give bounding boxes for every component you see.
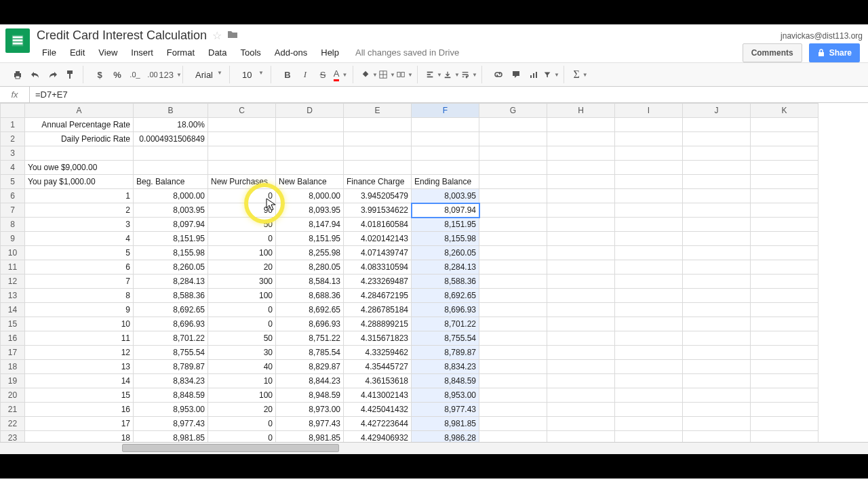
cell-F16[interactable]: 8,755.54: [412, 331, 479, 346]
cell-B12[interactable]: 8,284.13: [134, 274, 208, 289]
cell-F9[interactable]: 8,155.98: [412, 232, 479, 246]
cell-G12[interactable]: [479, 274, 547, 289]
cell-F8[interactable]: 8,151.95: [412, 218, 479, 232]
more-formats-button[interactable]: 123▼: [162, 66, 178, 83]
cell-A7[interactable]: 2: [25, 203, 134, 218]
cell-D21[interactable]: 8,973.00: [276, 403, 344, 417]
sheets-logo[interactable]: [5, 28, 30, 53]
cell-B2[interactable]: 0.0004931506849: [134, 132, 208, 146]
cell-A2[interactable]: Daily Periodic Rate: [25, 132, 134, 146]
cell-H1[interactable]: [547, 118, 615, 132]
column-header-E[interactable]: E: [344, 104, 412, 118]
cell-C8[interactable]: 50: [208, 218, 276, 232]
font-family-select[interactable]: Arial▼: [191, 68, 225, 81]
cell-E10[interactable]: 4.071439747: [344, 246, 412, 260]
cell-E20[interactable]: 4.413002143: [344, 388, 412, 403]
cell-F12[interactable]: 8,588.36: [412, 274, 479, 289]
cell-A22[interactable]: 17: [25, 417, 134, 431]
row-header-6[interactable]: 6: [1, 189, 25, 203]
cell-K23[interactable]: [751, 431, 818, 443]
cell-H22[interactable]: [547, 417, 615, 431]
cell-A20[interactable]: 15: [25, 388, 134, 403]
cell-D5[interactable]: New Balance: [276, 175, 344, 189]
cell-D19[interactable]: 8,844.23: [276, 374, 344, 388]
cell-H8[interactable]: [547, 218, 615, 232]
menu-insert[interactable]: Insert: [125, 45, 159, 60]
cell-G17[interactable]: [479, 346, 547, 360]
cell-J5[interactable]: [683, 175, 751, 189]
cell-C3[interactable]: [208, 146, 276, 161]
cell-I22[interactable]: [615, 417, 683, 431]
cell-H2[interactable]: [547, 132, 615, 146]
share-button[interactable]: Share: [809, 43, 860, 62]
cell-J18[interactable]: [683, 360, 751, 374]
cell-B5[interactable]: Beg. Balance: [134, 175, 208, 189]
cell-J15[interactable]: [683, 317, 751, 331]
cell-A17[interactable]: 12: [25, 346, 134, 360]
cell-A11[interactable]: 6: [25, 260, 134, 274]
cell-E4[interactable]: [344, 161, 412, 175]
cell-I2[interactable]: [615, 132, 683, 146]
cell-A10[interactable]: 5: [25, 246, 134, 260]
cell-K3[interactable]: [751, 146, 818, 161]
cell-G2[interactable]: [479, 132, 547, 146]
cell-K16[interactable]: [751, 331, 818, 346]
cell-H20[interactable]: [547, 388, 615, 403]
row-header-23[interactable]: 23: [1, 431, 25, 443]
cell-F10[interactable]: 8,260.05: [412, 246, 479, 260]
cell-D7[interactable]: 8,093.95: [276, 203, 344, 218]
cell-K6[interactable]: [751, 189, 818, 203]
cell-I11[interactable]: [615, 260, 683, 274]
cell-I13[interactable]: [615, 289, 683, 303]
column-header-J[interactable]: J: [683, 104, 751, 118]
column-header-K[interactable]: K: [751, 104, 818, 118]
cell-I6[interactable]: [615, 189, 683, 203]
cell-E18[interactable]: 4.35445727: [344, 360, 412, 374]
insert-chart-icon[interactable]: [526, 66, 542, 83]
cell-A3[interactable]: [25, 146, 134, 161]
column-header-A[interactable]: A: [25, 104, 134, 118]
cell-I7[interactable]: [615, 203, 683, 218]
cell-I12[interactable]: [615, 274, 683, 289]
cell-D16[interactable]: 8,751.22: [276, 331, 344, 346]
cell-F17[interactable]: 8,789.87: [412, 346, 479, 360]
cell-A13[interactable]: 8: [25, 289, 134, 303]
cell-J21[interactable]: [683, 403, 751, 417]
menu-help[interactable]: Help: [315, 45, 344, 60]
cell-I1[interactable]: [615, 118, 683, 132]
decimal-decrease-icon[interactable]: .0_: [127, 66, 143, 83]
cell-A8[interactable]: 3: [25, 218, 134, 232]
row-header-21[interactable]: 21: [1, 403, 25, 417]
cell-G14[interactable]: [479, 303, 547, 317]
bold-icon[interactable]: B: [279, 66, 296, 83]
cell-H19[interactable]: [547, 374, 615, 388]
insert-comment-icon[interactable]: [508, 66, 524, 83]
cell-J9[interactable]: [683, 232, 751, 246]
cell-F5[interactable]: Ending Balance: [412, 175, 479, 189]
cell-I10[interactable]: [615, 246, 683, 260]
cell-E22[interactable]: 4.427223644: [344, 417, 412, 431]
row-header-2[interactable]: 2: [1, 132, 25, 146]
cell-D4[interactable]: [276, 161, 344, 175]
cell-F15[interactable]: 8,701.22: [412, 317, 479, 331]
cell-J11[interactable]: [683, 260, 751, 274]
cell-K13[interactable]: [751, 289, 818, 303]
insert-link-icon[interactable]: [490, 66, 507, 83]
fill-color-icon[interactable]: ▼: [361, 66, 378, 83]
cell-J17[interactable]: [683, 346, 751, 360]
cell-F1[interactable]: [412, 118, 479, 132]
cell-G13[interactable]: [479, 289, 547, 303]
cell-J22[interactable]: [683, 417, 751, 431]
cell-J14[interactable]: [683, 303, 751, 317]
cell-E5[interactable]: Finance Charge: [344, 175, 412, 189]
cell-D22[interactable]: 8,977.43: [276, 417, 344, 431]
cell-G18[interactable]: [479, 360, 547, 374]
cell-D10[interactable]: 8,255.98: [276, 246, 344, 260]
cell-B16[interactable]: 8,701.22: [134, 331, 208, 346]
cell-C2[interactable]: [208, 132, 276, 146]
star-icon[interactable]: ☆: [212, 29, 222, 42]
cell-B21[interactable]: 8,953.00: [134, 403, 208, 417]
cell-G6[interactable]: [479, 189, 547, 203]
row-header-16[interactable]: 16: [1, 331, 25, 346]
cell-D3[interactable]: [276, 146, 344, 161]
